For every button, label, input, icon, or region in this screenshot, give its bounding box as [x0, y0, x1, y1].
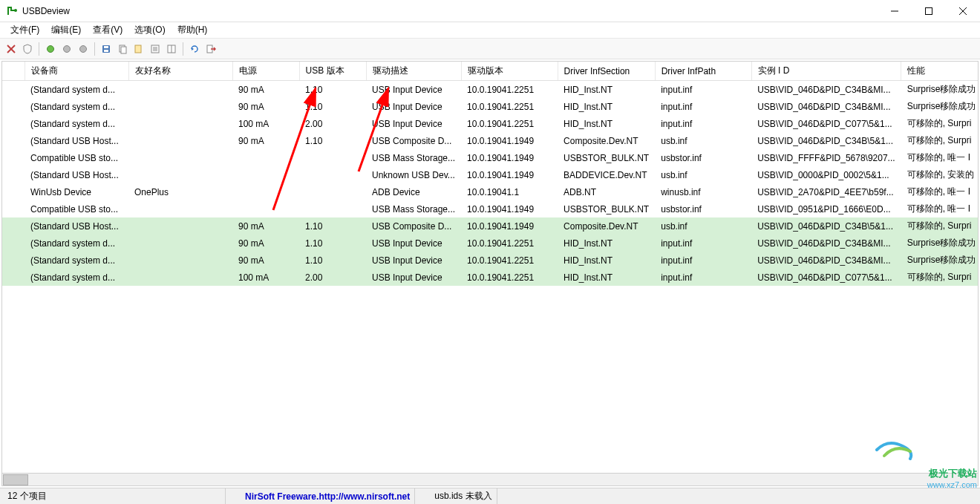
toolbar [0, 39, 980, 59]
table-cell: 1.10 [299, 235, 366, 252]
toolbar-copy2-icon[interactable] [131, 41, 147, 57]
table-cell [299, 183, 366, 200]
device-table-scroll[interactable]: 设备商 友好名称 电源 USB 版本 驱动描述 驱动版本 Driver InfS… [2, 62, 978, 473]
table-row[interactable]: (Standard system d...90 mA1.10USB Input … [2, 98, 978, 115]
table-cell [128, 166, 232, 183]
col-header-driverdesc[interactable]: 驱动描述 [366, 62, 461, 81]
window-title: USBDeview [22, 6, 70, 16]
col-header-usbver[interactable]: USB 版本 [299, 62, 366, 81]
table-cell: Surprise移除成功 [901, 235, 978, 252]
toolbar-delete-icon[interactable] [3, 41, 19, 57]
table-row[interactable]: (Standard USB Host...90 mA1.10USB Compos… [2, 132, 978, 149]
table-cell: 10.0.19041.1949 [461, 166, 558, 183]
table-cell: WinUsb Device [24, 183, 128, 200]
col-header-infsection[interactable]: Driver InfSection [558, 62, 655, 81]
table-row[interactable]: Compatible USB sto...USB Mass Storage...… [2, 149, 978, 166]
table-cell: (Standard system d... [24, 98, 128, 115]
col-header-capabilities[interactable]: 性能 [901, 62, 978, 81]
table-cell [2, 183, 24, 200]
table-cell: ADB Device [366, 183, 461, 200]
table-cell: HID_Inst.NT [558, 115, 655, 132]
table-cell [2, 200, 24, 217]
svg-rect-8 [104, 46, 108, 48]
col-header-instanceid[interactable]: 实例 I D [751, 62, 901, 81]
col-header-icon[interactable] [2, 62, 24, 81]
toolbar-properties-icon[interactable] [147, 41, 163, 57]
table-cell [2, 269, 24, 286]
table-cell: 1.10 [299, 132, 366, 149]
table-cell: USB\VID_2A70&PID_4EE7\b59f... [751, 183, 901, 200]
scrollbar-thumb[interactable] [3, 474, 28, 485]
col-header-vendor[interactable]: 设备商 [24, 62, 128, 81]
table-cell: (Standard system d... [24, 235, 128, 252]
minimize-button[interactable] [878, 0, 912, 22]
table-cell: USB Input Device [366, 269, 461, 286]
table-cell: Surprise移除成功 [901, 81, 978, 99]
table-cell: input.inf [655, 115, 751, 132]
table-cell: 90 mA [232, 217, 299, 235]
toolbar-status-green-icon[interactable] [42, 41, 59, 57]
table-cell: 可移除的, Surpri [901, 132, 978, 149]
table-cell [128, 235, 232, 252]
col-header-power[interactable]: 电源 [232, 62, 299, 81]
table-row[interactable]: (Standard system d...100 mA2.00USB Input… [2, 269, 978, 286]
table-cell: 1.10 [299, 81, 366, 99]
toolbar-save-icon[interactable] [98, 41, 114, 57]
toolbar-copy-icon[interactable] [114, 41, 131, 57]
table-row[interactable]: (Standard USB Host...90 mA1.10USB Compos… [2, 217, 978, 235]
table-row[interactable]: (Standard system d...100 mA2.00USB Input… [2, 115, 978, 132]
table-cell: USB Input Device [366, 98, 461, 115]
table-row[interactable]: (Standard system d...90 mA1.10USB Input … [2, 235, 978, 252]
table-cell: USBSTOR_BULK.NT [558, 200, 655, 217]
toolbar-exit-icon[interactable] [203, 41, 219, 57]
toolbar-refresh-icon[interactable] [186, 41, 203, 57]
toolbar-shield-icon[interactable] [19, 41, 36, 57]
table-cell: 90 mA [232, 235, 299, 252]
table-cell: 可移除的, 唯一 I [901, 183, 978, 200]
table-cell: OnePlus [128, 183, 232, 200]
toolbar-separator [94, 42, 95, 56]
table-cell: USB\VID_046D&PID_C34B\5&1... [751, 217, 901, 235]
table-cell: input.inf [655, 269, 751, 286]
toolbar-columns-icon[interactable] [163, 41, 180, 57]
svg-rect-9 [104, 50, 108, 52]
table-cell: 可移除的, 安装的 [901, 166, 978, 183]
table-cell: 可移除的, 唯一 I [901, 149, 978, 166]
table-row[interactable]: (Standard system d...90 mA1.10USB Input … [2, 252, 978, 269]
table-cell: 1.10 [299, 98, 366, 115]
table-row[interactable]: (Standard system d...90 mA1.10USB Input … [2, 81, 978, 99]
table-cell: 可移除的, 唯一 I [901, 200, 978, 217]
table-cell: 100 mA [232, 115, 299, 132]
table-cell: 1.10 [299, 217, 366, 235]
menu-file[interactable]: 文件(F) [4, 22, 45, 38]
table-cell: input.inf [655, 235, 751, 252]
maximize-button[interactable] [912, 0, 946, 22]
table-cell [2, 217, 24, 235]
menu-view[interactable]: 查看(V) [87, 22, 128, 38]
menu-help[interactable]: 帮助(H) [172, 22, 214, 38]
menu-options[interactable]: 选项(O) [128, 22, 171, 38]
status-freeware-link[interactable]: http://www.nirsoft.net [318, 491, 410, 502]
col-header-driverver[interactable]: 驱动版本 [461, 62, 558, 81]
table-cell [2, 252, 24, 269]
toolbar-status-gray-icon[interactable] [59, 41, 75, 57]
table-cell: 10.0.19041.2251 [461, 235, 558, 252]
table-row[interactable]: Compatible USB sto...USB Mass Storage...… [2, 200, 978, 217]
status-usb-ids: usb.ids 未载入 [430, 488, 497, 504]
close-button[interactable] [946, 0, 980, 22]
table-cell: 10.0.19041.2251 [461, 81, 558, 99]
table-cell: 2.00 [299, 115, 366, 132]
table-row[interactable]: WinUsb DeviceOnePlusADB Device10.0.19041… [2, 183, 978, 200]
table-cell: USB Input Device [366, 235, 461, 252]
table-row[interactable]: (Standard USB Host...Unknown USB Dev...1… [2, 166, 978, 183]
menu-edit[interactable]: 编辑(E) [45, 22, 87, 38]
toolbar-status-gray2-icon[interactable] [75, 41, 91, 57]
col-header-infpath[interactable]: Driver InfPath [655, 62, 751, 81]
table-cell: (Standard system d... [24, 81, 128, 99]
col-header-friendly[interactable]: 友好名称 [128, 62, 232, 81]
table-cell [232, 200, 299, 217]
status-freeware: NirSoft Freeware. http://www.nirsoft.net [241, 488, 415, 504]
table-cell: USB Input Device [366, 115, 461, 132]
horizontal-scrollbar[interactable] [2, 473, 978, 485]
table-cell [128, 200, 232, 217]
